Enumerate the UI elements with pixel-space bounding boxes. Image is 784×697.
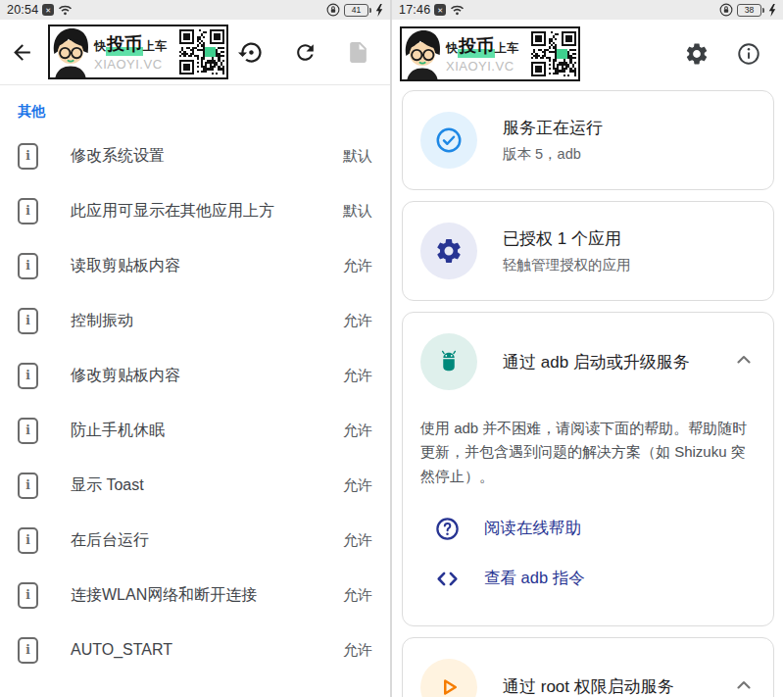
battery-percent: 41 — [352, 6, 361, 15]
settings-button[interactable] — [684, 41, 710, 67]
help-circle-icon — [434, 516, 461, 542]
permissions-screen: 20:54 41 — [0, 0, 392, 697]
back-arrow-icon — [10, 40, 34, 65]
collapse-button[interactable] — [724, 673, 756, 697]
clock: 17:46 — [399, 3, 430, 17]
authorized-apps-subtitle: 轻触管理授权的应用 — [503, 256, 631, 274]
ad-banner[interactable]: 快投币上车 XIAOYI.VC — [400, 26, 580, 81]
authorized-apps-title: 已授权 1 个应用 — [503, 227, 631, 250]
permission-row-display-over-apps[interactable]: 此应用可显示在其他应用上方 默认 — [0, 183, 390, 238]
adb-start-card: 通过 adb 启动或升级服务 使用 adb 并不困难，请阅读下面的帮助。帮助随时… — [402, 312, 774, 626]
adb-help-text: 使用 adb 并不困难，请阅读下面的帮助。帮助随时更新，并包含遇到问题的解决方案… — [403, 411, 773, 488]
rotation-lock-icon — [326, 3, 340, 17]
permission-row-show-toast[interactable]: 显示 Toast 允许 — [0, 458, 390, 513]
collapse-button[interactable] — [724, 348, 756, 375]
restore-button[interactable] — [238, 39, 265, 66]
manage-apps-badge — [420, 223, 477, 279]
root-start-card: 通过 root 权限启动服务 — [402, 637, 774, 697]
refresh-button[interactable] — [293, 40, 318, 65]
backup-restore-icon — [238, 39, 265, 66]
charging-bolt-icon — [768, 4, 776, 17]
permission-row-wlan-connect[interactable]: 连接WLAN网络和断开连接 允许 — [0, 568, 390, 622]
qr-code-image — [179, 29, 224, 75]
permission-row-modify-system-settings[interactable]: 修改系统设置 默认 — [0, 128, 390, 183]
permission-list: 修改系统设置 默认 此应用可显示在其他应用上方 默认 读取剪贴板内容 允许 控制… — [0, 128, 390, 677]
section-header-other: 其他 — [0, 85, 390, 128]
card-list: 服务正在运行 版本 5，adb 已授权 1 个应用 轻触管理授权的应用 — [392, 88, 783, 697]
chevron-up-icon — [732, 673, 756, 697]
status-bar: 17:46 38 — [392, 0, 783, 20]
status-bar: 20:54 41 — [0, 0, 390, 20]
check-circle-icon — [434, 125, 464, 155]
wifi-icon — [58, 4, 73, 16]
charging-bolt-icon — [375, 4, 383, 17]
app-permission-icon — [18, 418, 38, 444]
android-robot-icon — [434, 347, 464, 376]
app-permission-icon — [18, 582, 38, 609]
banner-text-suffix: 上车 — [143, 38, 167, 55]
avatar — [50, 26, 91, 77]
app-permission-icon — [18, 637, 38, 664]
dual-screenshot-canvas: 20:54 41 — [0, 0, 784, 697]
service-status-title: 服务正在运行 — [503, 117, 603, 139]
check-circle-badge — [420, 112, 477, 169]
authorized-apps-card[interactable]: 已授权 1 个应用 轻触管理授权的应用 — [402, 201, 774, 301]
app-permission-icon — [18, 198, 38, 224]
app-permission-icon — [18, 527, 38, 554]
root-card-title: 通过 root 权限启动服务 — [503, 675, 674, 697]
app-bar: 快投币上车 XIAOYI.VC — [392, 20, 783, 88]
wifi-icon — [450, 4, 465, 16]
banner-text-highlight: 投币 — [458, 34, 495, 58]
app-permission-icon — [18, 143, 38, 170]
adb-card-header[interactable]: 通过 adb 启动或升级服务 — [403, 313, 773, 411]
no-sim-icon — [42, 4, 54, 16]
android-badge — [420, 333, 477, 390]
permission-row-control-vibration[interactable]: 控制振动 允许 — [0, 293, 390, 348]
root-badge — [420, 659, 477, 697]
root-card-header[interactable]: 通过 root 权限启动服务 — [403, 638, 773, 697]
service-running-card: 服务正在运行 版本 5，adb — [402, 90, 774, 190]
app-permission-icon — [18, 308, 38, 334]
online-help-link[interactable]: 阅读在线帮助 — [403, 496, 773, 546]
permission-row-modify-clipboard[interactable]: 修改剪贴板内容 允许 — [0, 348, 390, 403]
rotation-lock-icon — [719, 3, 733, 17]
chevron-up-icon — [732, 348, 756, 372]
adb-card-title: 通过 adb 启动或升级服务 — [503, 351, 690, 373]
back-button[interactable] — [10, 40, 34, 65]
about-button[interactable] — [736, 41, 761, 67]
permission-row-auto-start[interactable]: AUTO_START 允许 — [0, 622, 390, 677]
document-button[interactable] — [346, 40, 370, 65]
banner-text-prefix: 快 — [446, 40, 458, 57]
play-outline-icon — [434, 672, 464, 697]
permission-row-read-clipboard[interactable]: 读取剪贴板内容 允许 — [0, 238, 390, 293]
shizuku-home-screen: 17:46 38 — [392, 0, 783, 697]
battery-icon: 38 — [737, 4, 764, 17]
qr-code-image — [531, 31, 576, 76]
ad-banner[interactable]: 快投币上车 XIAOYI.VC — [48, 25, 228, 79]
banner-domain: XIAOYI.VC — [94, 57, 176, 72]
file-icon — [346, 40, 370, 65]
code-brackets-icon — [434, 566, 461, 592]
banner-domain: XIAOYI.VC — [446, 59, 528, 74]
clock: 20:54 — [7, 3, 38, 17]
permission-row-run-in-background[interactable]: 在后台运行 允许 — [0, 513, 390, 568]
banner-text-suffix: 上车 — [495, 40, 518, 57]
battery-icon: 41 — [344, 4, 371, 17]
avatar — [402, 28, 443, 79]
banner-text-highlight: 投币 — [106, 32, 143, 56]
gear-icon — [684, 41, 710, 67]
view-adb-command-link[interactable]: 查看 adb 指令 — [403, 546, 773, 596]
app-permission-icon — [18, 363, 38, 389]
info-icon — [736, 41, 761, 67]
service-version-text: 版本 5，adb — [503, 145, 603, 164]
app-permission-icon — [18, 473, 38, 499]
gear-icon — [434, 236, 464, 266]
app-bar: 快投币上车 XIAOYI.VC — [0, 20, 390, 85]
app-permission-icon — [18, 253, 38, 279]
refresh-icon — [293, 40, 318, 65]
battery-percent: 38 — [745, 6, 754, 15]
banner-text-prefix: 快 — [94, 38, 106, 55]
permission-row-prevent-sleep[interactable]: 防止手机休眠 允许 — [0, 403, 390, 458]
no-sim-icon — [434, 4, 446, 16]
